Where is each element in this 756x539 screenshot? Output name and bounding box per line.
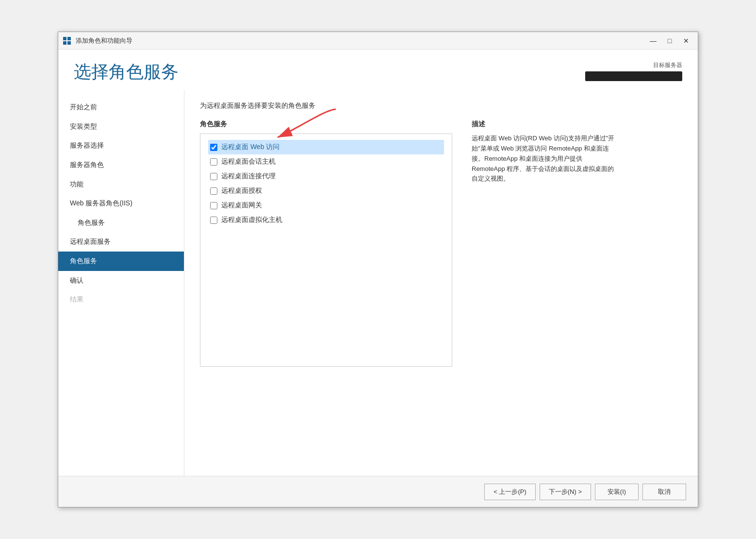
svg-rect-2 (63, 41, 66, 45)
sidebar-item-features[interactable]: 功能 (58, 175, 184, 194)
instruction-text: 为远程桌面服务选择要安装的角色服务 (200, 101, 682, 110)
svg-rect-1 (67, 37, 71, 40)
target-server-bar (585, 71, 682, 81)
footer: < 上一步(P) 下一步(N) > 安装(I) 取消 (58, 476, 698, 507)
body-layout: 开始之前 安装类型 服务器选择 服务器角色 功能 Web 服务器角色(IIS) … (58, 90, 698, 476)
sidebar-item-install-type[interactable]: 安装类型 (58, 117, 184, 136)
sidebar-item-role-services[interactable]: 角色服务 (58, 252, 184, 271)
sidebar-item-confirm[interactable]: 确认 (58, 271, 184, 290)
next-button[interactable]: 下一步(N) > (540, 484, 591, 500)
checkbox-label-rdgw: 远程桌面网关 (221, 201, 262, 210)
sidebar-item-result: 结果 (58, 290, 184, 309)
checkbox-item-rdsh[interactable]: 远程桌面会话主机 (208, 154, 444, 169)
sidebar-item-role-services-sub[interactable]: 角色服务 (58, 213, 184, 233)
main-content: 为远程桌面服务选择要安装的角色服务 角色服务 (184, 90, 698, 476)
checkbox-item-rdls[interactable]: 远程桌面授权 (208, 184, 444, 198)
checkbox-rdweb[interactable] (210, 144, 217, 151)
sidebar-item-before-start[interactable]: 开始之前 (58, 98, 184, 117)
checkbox-label-rdsh: 远程桌面会话主机 (221, 157, 276, 166)
minimize-button[interactable]: — (645, 34, 661, 48)
cancel-button[interactable]: 取消 (642, 484, 686, 500)
description-panel: 描述 远程桌面 Web 访问(RD Web 访问)支持用户通过"开始"菜单或 W… (472, 120, 617, 367)
checkbox-rdvh[interactable] (210, 217, 217, 224)
install-button[interactable]: 安装(I) (595, 484, 639, 500)
description-title: 描述 (472, 120, 617, 129)
checkbox-rdsh[interactable] (210, 158, 217, 166)
description-text: 远程桌面 Web 访问(RD Web 访问)支持用户通过"开始"菜单或 Web … (472, 134, 617, 184)
checkbox-list: 远程桌面 Web 访问 远程桌面会话主机 远程桌面连接代理 (200, 134, 452, 367)
checkbox-item-rdcb[interactable]: 远程桌面连接代理 (208, 169, 444, 184)
main-window: 添加角色和功能向导 — □ ✕ 选择角色服务 目标服务器 开始之前 安装类型 服… (58, 32, 698, 507)
target-server-label: 目标服务器 (585, 61, 682, 69)
panel-title: 角色服务 (200, 120, 452, 129)
title-bar: 添加角色和功能向导 — □ ✕ (58, 32, 698, 50)
sidebar-item-server-select[interactable]: 服务器选择 (58, 136, 184, 155)
checkbox-rdcb[interactable] (210, 173, 217, 180)
main-layout: 选择角色服务 目标服务器 开始之前 安装类型 服务器选择 服务器角色 功能 We… (58, 50, 698, 507)
checkbox-label-rdcb: 远程桌面连接代理 (221, 172, 276, 181)
checkbox-label-rdls: 远程桌面授权 (221, 186, 262, 195)
checkbox-item-rdvh[interactable]: 远程桌面虚拟化主机 (208, 213, 444, 227)
page-title-section: 选择角色服务 (74, 61, 179, 82)
sidebar-item-web-server[interactable]: Web 服务器角色(IIS) (58, 194, 184, 213)
sidebar: 开始之前 安装类型 服务器选择 服务器角色 功能 Web 服务器角色(IIS) … (58, 90, 184, 476)
checkbox-item-rdweb[interactable]: 远程桌面 Web 访问 (208, 140, 444, 154)
close-button[interactable]: ✕ (678, 34, 694, 48)
window-title: 添加角色和功能向导 (76, 36, 132, 45)
checkbox-item-rdgw[interactable]: 远程桌面网关 (208, 198, 444, 213)
role-services-wrapper: 远程桌面 Web 访问 远程桌面会话主机 远程桌面连接代理 (200, 134, 452, 367)
checkbox-rdls[interactable] (210, 187, 217, 195)
checkbox-label-rdvh: 远程桌面虚拟化主机 (221, 216, 282, 224)
sidebar-item-server-role[interactable]: 服务器角色 (58, 155, 184, 175)
title-bar-controls: — □ ✕ (645, 34, 694, 48)
role-services-panel: 角色服务 (200, 120, 452, 367)
target-server-section: 目标服务器 (585, 61, 682, 81)
two-col-layout: 角色服务 (200, 120, 682, 367)
page-header: 选择角色服务 目标服务器 (58, 50, 698, 90)
checkbox-rdgw[interactable] (210, 202, 217, 209)
back-button[interactable]: < 上一步(P) (484, 484, 536, 500)
title-bar-left: 添加角色和功能向导 (62, 36, 132, 46)
svg-rect-3 (67, 41, 71, 45)
sidebar-item-remote-desktop[interactable]: 远程桌面服务 (58, 232, 184, 252)
checkbox-label-rdweb: 远程桌面 Web 访问 (221, 143, 279, 152)
svg-rect-0 (63, 37, 66, 40)
window-icon (62, 36, 72, 46)
maximize-button[interactable]: □ (662, 34, 677, 48)
page-title: 选择角色服务 (74, 61, 179, 82)
